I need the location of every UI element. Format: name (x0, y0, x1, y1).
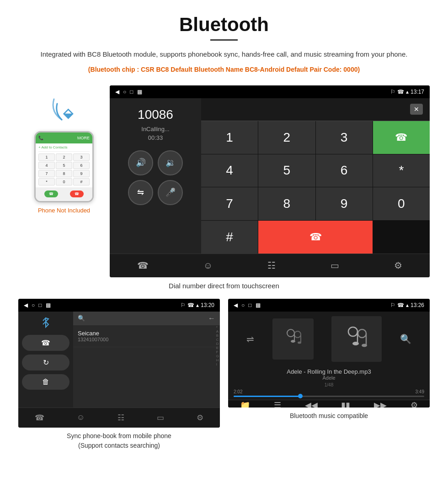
svg-point-5 (291, 340, 295, 343)
music-artist: Adele (322, 375, 335, 381)
svg-point-1 (287, 329, 294, 337)
title-divider (210, 39, 238, 41)
contacts-sidebar: ☎ ↻ 🗑 (18, 312, 73, 408)
contacts-screen-wrap: ◀ ○ □ ▩ ⚐ ☎ ▴ 13:20 (18, 299, 220, 450)
volume-down-btn[interactable]: 🔉 (158, 150, 183, 175)
call-accept-btn[interactable]: ☎ (373, 121, 430, 154)
phone-end-btn: ☎ (70, 191, 84, 197)
cb-loc: ⚐ (181, 302, 186, 308)
description-text: Integrated with BC8 Bluetooth module, su… (18, 49, 430, 60)
call-end-btn[interactable]: ☎ (258, 221, 373, 254)
delete-menu-btn[interactable]: 🗑 (22, 374, 69, 390)
music-progress-dot (298, 394, 303, 398)
music-list-btn[interactable]: ☰ (274, 400, 281, 408)
num-hash[interactable]: # (201, 221, 258, 254)
cn-transfer[interactable]: ▭ (155, 411, 166, 425)
music-track-count: 1/48 (325, 382, 333, 387)
phone-mockup: 📞 MORE + Add to Contacts 123 456 789 *0#… (34, 131, 94, 202)
mb-call: ☎ (397, 302, 404, 308)
music-progress-times: 2:02 3:49 (234, 389, 424, 394)
num-5[interactable]: 5 (258, 154, 315, 187)
music-status-bar: ◀ ○ □ ▩ ⚐ ☎ ▴ 13:26 (228, 299, 430, 312)
mic-btn[interactable]: 🎤 (158, 180, 183, 205)
nav-phone-icon[interactable]: ☎ (133, 256, 152, 275)
album-art-main (331, 316, 382, 362)
cn-grid[interactable]: ☷ (115, 411, 127, 425)
nav-keypad-icon[interactable]: ☷ (264, 256, 279, 275)
mb-loc: ⚐ (390, 302, 395, 308)
phone-side: ⬙ 📞 MORE + Add to Contacts 123 456 789 *… (18, 85, 110, 214)
num-star[interactable]: * (373, 154, 430, 187)
num-3[interactable]: 3 (316, 121, 373, 154)
num-8[interactable]: 8 (258, 187, 315, 220)
phone-call-btn: ☎ (44, 191, 58, 197)
mb-home: ○ (241, 302, 245, 308)
music-content: ⇌ (228, 312, 430, 408)
cb-back: ◀ (24, 302, 28, 308)
numpad-grid: 1 2 3 ☎ 4 5 6 * 7 8 9 0 # ☎ (201, 121, 430, 254)
music-next-btn[interactable]: ▶▶ (374, 400, 387, 408)
mb-recents: □ (248, 302, 251, 308)
cn-contacts[interactable]: ☺ (75, 411, 87, 424)
num-2[interactable]: 2 (258, 121, 315, 154)
phone-bottom-bar: ☎ ☎ (36, 187, 92, 201)
transfer-btn[interactable]: ⇋ (128, 180, 153, 205)
music-folder-btn[interactable]: 📁 (240, 400, 250, 408)
music-status-time: 13:26 (411, 302, 424, 308)
home-icon: ○ (123, 89, 126, 95)
contacts-content: ☎ ↻ 🗑 🔍 ← Seicane 13241007000 (18, 312, 220, 408)
specs-text: (Bluetooth chip : CSR BC8 Default Blueto… (18, 64, 430, 75)
nav-transfer-icon[interactable]: ▭ (327, 256, 343, 275)
svg-point-8 (358, 329, 366, 338)
phone-menu-btn[interactable]: ☎ (22, 335, 69, 351)
bt-icon (22, 316, 69, 329)
num-0[interactable]: 0 (373, 187, 430, 220)
location-icon: ⚐ (390, 89, 395, 95)
num-4[interactable]: 4 (201, 154, 258, 187)
phone-not-included-label: Phone Not Included (38, 207, 90, 214)
music-screen-wrap: ◀ ○ □ ▩ ⚐ ☎ ▴ 13:26 ⇌ (228, 299, 430, 450)
dial-controls: 🔊 🔉 ⇋ 🎤 (128, 150, 183, 205)
dial-caption: Dial number direct from touchscreen (18, 282, 430, 290)
contact-item-seicane[interactable]: Seicane 13241007000 (73, 325, 220, 347)
svg-point-7 (348, 327, 357, 336)
music-album-area: ⇌ (228, 312, 430, 366)
cn-phone[interactable]: ☎ (32, 411, 47, 425)
volume-up-btn[interactable]: 🔊 (128, 150, 153, 175)
bluetooth-signal-icon: ⬙ (46, 95, 82, 127)
music-time-total: 3:49 (416, 389, 424, 394)
num-9[interactable]: 9 (316, 187, 373, 220)
dial-input-bar: ✕ (201, 98, 430, 121)
music-settings-btn[interactable]: ⚙ (411, 400, 418, 408)
music-prev-btn[interactable]: ◀◀ (305, 400, 318, 408)
num-7[interactable]: 7 (201, 187, 258, 220)
phone-content: + Add to Contacts 123 456 789 *0# (36, 143, 92, 187)
nav-settings-icon[interactable]: ⚙ (390, 256, 406, 275)
back-icon: ◀ (115, 89, 119, 95)
dial-info-panel: 10086 InCalling... 00:33 🔊 🔉 ⇋ 🎤 (110, 98, 201, 254)
music-title: Adele - Rolling In the Deep.mp3 (287, 368, 371, 375)
svg-point-2 (294, 331, 301, 338)
nav-contacts-icon[interactable]: ☺ (200, 257, 216, 275)
svg-point-12 (362, 344, 367, 347)
search-icon: 🔍 (78, 315, 85, 322)
music-progress-track[interactable] (234, 396, 424, 397)
search-back-btn[interactable]: ← (208, 314, 215, 323)
bottom-row: ◀ ○ □ ▩ ⚐ ☎ ▴ 13:20 (18, 299, 430, 450)
music-search-icon[interactable]: 🔍 (400, 333, 411, 344)
contact-name: Seicane (78, 330, 215, 337)
num-1[interactable]: 1 (201, 121, 258, 154)
dial-status-bar: ◀ ○ □ ▩ ⚐ ☎ ▴ 13:17 (110, 85, 430, 98)
music-play-btn[interactable]: ▮▮ (341, 400, 350, 408)
music-info-area: Adele - Rolling In the Deep.mp3 Adele 1/… (228, 366, 430, 389)
cn-settings[interactable]: ⚙ (194, 411, 206, 425)
sync-menu-btn[interactable]: ↻ (22, 355, 69, 371)
shuffle-icon[interactable]: ⇌ (246, 333, 254, 344)
music-caption: Bluetooth music compatible (290, 411, 368, 421)
cb-screen: ▩ (46, 302, 51, 308)
album-art-left (272, 318, 314, 360)
num-6[interactable]: 6 (316, 154, 373, 187)
dial-delete-btn[interactable]: ✕ (410, 104, 423, 115)
music-screen: ◀ ○ □ ▩ ⚐ ☎ ▴ 13:26 ⇌ (228, 299, 430, 408)
mb-wifi: ▴ (406, 302, 409, 308)
